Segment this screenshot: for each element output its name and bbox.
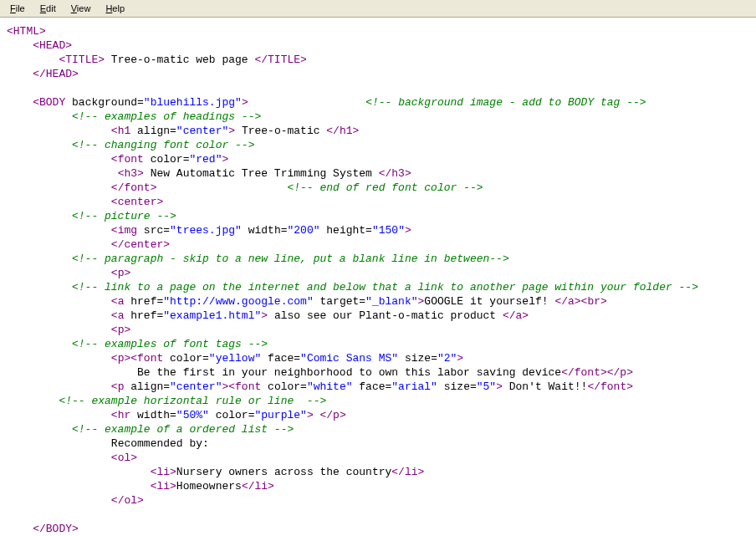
menu-edit[interactable]: Edit [33,2,63,15]
h1-align-attr: align= [130,125,176,137]
font-gt: > [222,153,228,166]
bg-comment: <!-- background image - add to BODY tag … [365,96,646,109]
h3-close: </h3> [379,167,411,180]
bg-attr: background= [65,96,144,109]
body-open: <BODY [33,96,65,109]
a1-target-str: "_blank" [365,295,417,308]
a2-close: </a> [503,309,529,322]
hr-comment: <!-- example horizontal rule or line --> [59,395,326,407]
hr-close: > </p> [307,409,346,421]
font-color-str: "red" [189,153,222,166]
a2-gt: > [261,309,268,322]
img-open: <img [111,224,137,237]
li1-text: Nursery owners across the country [176,466,391,478]
a1-close: </a><br> [554,295,606,308]
link-comment: <!-- link to a page on the internet and … [72,281,698,294]
pf-size-str: "2" [437,352,457,365]
p3-align-str: "center" [170,380,222,393]
font-close: </font> [111,181,157,194]
h1-text: Tree-o-matic [235,125,326,137]
pf-size-attr: size= [398,352,437,365]
title-open: <TITLE> [59,54,105,66]
p3-face-str: "arial" [391,380,437,393]
hr-w-attr: width= [130,409,176,421]
p3-align-attr: align= [124,380,170,393]
h1-close: </h1> [326,125,359,137]
a2-href-str: "example1.html" [163,309,261,322]
h1-gt: > [228,125,235,137]
hr-w-str: "50%" [176,409,209,421]
code-editor[interactable]: <HTML> <HEAD> <TITLE> Tree-o-matic web p… [0,18,756,536]
font-color-attr: color= [144,153,190,166]
img-h-attr: height= [320,224,372,237]
img-w-attr: width= [242,224,288,237]
li2-text: Homeowners [176,480,242,493]
fontcolor-comment: <!-- changing font color --> [72,139,254,151]
p3-fontclose: </font> [587,380,633,393]
a2-open: <a [111,309,125,322]
pf-face-str: "Comic Sans MS" [300,352,398,365]
p3-open: <p [111,380,125,393]
head-open: <HEAD> [33,39,72,52]
hr-c-str: "purple" [254,409,306,421]
title-text: Tree-o-matic web page [105,54,254,66]
head-close: </HEAD> [33,68,79,80]
font-open: <font [111,153,144,166]
a1-text: GOOGLE it yourself! [424,295,554,308]
img-w-str: "200" [288,224,320,237]
p3-text: Don't Wait!! [503,380,587,393]
ol-open: <ol> [111,452,137,464]
rec-text: Recommended by: [111,437,209,450]
hr-open: <hr [111,409,130,421]
p1: <p> [111,267,130,279]
a2-href-attr: href= [124,309,163,322]
pf-text: Be the first in your neighborhood to own… [137,366,561,379]
a1-href-attr: href= [124,295,163,308]
pfont-open: <p><font [111,352,163,365]
a1-target-attr: target= [314,295,365,308]
pf-color-str: "yellow" [209,352,261,365]
h3-text: New Automatic Tree Trimming System [144,167,379,180]
pic-comment: <!-- picture --> [72,210,176,222]
menu-view[interactable]: View [64,2,98,15]
p3-face-attr: face= [353,380,392,393]
img-src-attr: src= [137,224,170,237]
img-src-str: "trees.jpg" [170,224,242,237]
body-gt: > [242,96,248,109]
bg-str: "bluehills.jpg" [144,96,242,109]
p3-color-attr: color= [261,380,307,393]
p3-font: ><font [222,380,261,393]
p3-size-attr: size= [437,380,477,393]
center-open: <center> [111,196,163,208]
img-h-str: "150" [372,224,405,237]
h1-align-str: "center" [176,125,228,137]
pf-gt: > [457,352,463,365]
h3-open: <h3> [118,167,144,180]
para-comment: <!-- paragraph - skip to a new line, put… [72,253,509,265]
pf-color-attr: color= [163,352,209,365]
menu-bar: File Edit View Help [0,0,756,18]
a1-href-str: "http://www.google.com" [163,295,313,308]
a1-open: <a [111,295,125,308]
ol-close: </ol> [111,494,144,507]
img-gt: > [405,224,411,237]
li1-close: </li> [391,466,424,478]
body-close: </BODY> [33,523,79,535]
ol-comment: <!-- example of a ordered list --> [72,423,294,436]
hr-c-attr: color= [209,409,255,421]
endred-comment: <!-- end of red font color --> [287,181,483,194]
h1-open: <h1 [111,125,130,137]
menu-file[interactable]: File [3,2,32,15]
p2: <p> [111,324,130,336]
p3-size-str: "5" [477,380,496,393]
li1-open: <li> [151,466,176,478]
pf-face-attr: face= [261,352,300,365]
p3-gt: > [496,380,503,393]
menu-help[interactable]: Help [99,2,131,15]
title-close: </TITLE> [254,54,306,66]
html-open: <HTML> [7,25,46,38]
li2-open: <li> [151,480,176,493]
p3-color-str: "white" [307,380,353,393]
pf-close: </font></p> [561,366,633,379]
headings-comment: <!-- examples of headings --> [72,110,261,123]
